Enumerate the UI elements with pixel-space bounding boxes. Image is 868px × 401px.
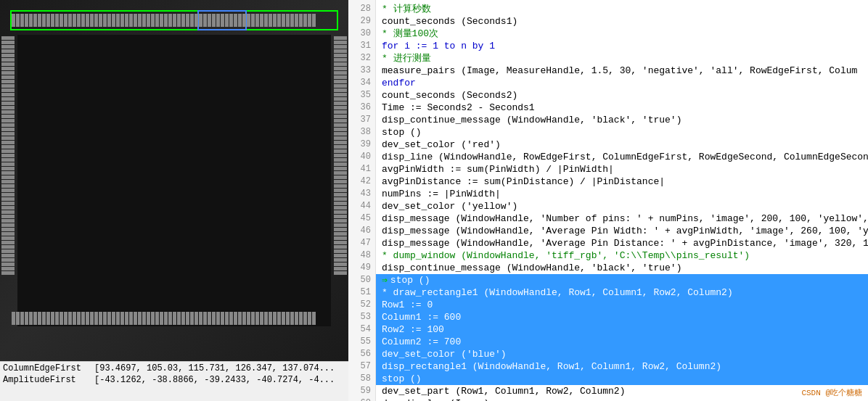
- code-line-58[interactable]: stop (): [376, 373, 868, 385]
- code-line-44[interactable]: dev_set_color ('yellow'): [382, 200, 862, 212]
- line-number-33: 33: [348, 65, 375, 77]
- code-text-40: disp_line (WindowHandle, RowEdgeFirst, C…: [382, 151, 868, 163]
- pins-top: [12, 12, 337, 29]
- code-line-49[interactable]: disp_continue_message (WindowHandle, 'bl…: [382, 262, 862, 274]
- line-number-48: 48: [348, 249, 375, 262]
- line-number-54: 54: [348, 323, 375, 336]
- code-text-41: avgPinWidth := sum(PinWidth) / |PinWidth…: [382, 163, 614, 175]
- line-number-53: 53: [348, 311, 375, 323]
- code-text-34: endfor: [382, 77, 416, 89]
- code-text-52: Row1 := 0: [382, 299, 433, 311]
- code-line-40[interactable]: disp_line (WindowHandle, RowEdgeFirst, C…: [382, 151, 862, 163]
- code-text-33: measure_pairs (Image, MeasureHandle, 1.5…: [382, 65, 857, 77]
- line-number-29: 29: [348, 15, 375, 28]
- line-number-42: 42: [348, 175, 375, 188]
- line-number-59: 59: [348, 385, 375, 397]
- line-number-49: 49: [348, 262, 375, 274]
- line-number-30: 30: [348, 28, 375, 40]
- code-line-60[interactable]: dev_display (Image): [382, 397, 862, 401]
- code-line-30[interactable]: * 测量100次: [382, 28, 862, 40]
- code-line-42[interactable]: avgPinDistance := sum(PinDistance) / |Pi…: [382, 175, 862, 188]
- code-line-35[interactable]: count_seconds (Seconds2): [382, 89, 862, 102]
- code-text-60: dev_display (Image): [382, 397, 489, 401]
- line-number-43: 43: [348, 188, 375, 200]
- info-label-2: AmplitudeFirst: [3, 375, 90, 385]
- code-line-48[interactable]: * dump_window (WindowHandle, 'tiff_rgb',…: [382, 249, 862, 262]
- code-line-53[interactable]: Column1 := 600: [376, 311, 868, 323]
- code-line-43[interactable]: numPins := |PinWidth|: [382, 188, 862, 200]
- line-number-31: 31: [348, 40, 375, 52]
- code-line-52[interactable]: Row1 := 0: [376, 299, 868, 311]
- code-line-29[interactable]: count_seconds (Seconds1): [382, 15, 862, 28]
- code-text-54: Row2 := 100: [382, 323, 444, 336]
- code-text-47: disp_message (WindowHandle, 'Average Pin…: [382, 237, 868, 249]
- code-line-47[interactable]: disp_message (WindowHandle, 'Average Pin…: [382, 237, 862, 249]
- code-line-54[interactable]: Row2 := 100: [376, 323, 868, 336]
- code-line-51[interactable]: * draw_rectangle1 (WindowHandle, Row1, C…: [376, 286, 868, 299]
- code-text-32: * 进行测量: [382, 52, 431, 65]
- code-text-57: disp_rectangle1 (WindowHandle, Row1, Col…: [382, 360, 721, 373]
- info-label-1: ColumnEdgeFirst: [3, 363, 90, 373]
- code-text-50: stop (): [390, 274, 430, 286]
- code-text-49: disp_continue_message (WindowHandle, 'bl…: [382, 262, 681, 274]
- info-value-1: [93.4697, 105.03, 115.731, 126.347, 137.…: [94, 363, 335, 373]
- line-number-60: 60: [348, 397, 375, 401]
- code-area[interactable]: 2829303132333435363738394041424344454647…: [348, 0, 868, 401]
- code-text-48: * dump_window (WindowHandle, 'tiff_rgb',…: [382, 249, 750, 262]
- line-number-46: 46: [348, 225, 375, 237]
- line-number-40: 40: [348, 151, 375, 163]
- line-number-57: 57: [348, 360, 375, 373]
- code-line-37[interactable]: disp_continue_message (WindowHandle, 'bl…: [382, 114, 862, 126]
- code-text-51: * draw_rectangle1 (WindowHandle, Row1, C…: [382, 286, 733, 299]
- code-line-32[interactable]: * 进行测量: [382, 52, 862, 65]
- line-number-28: 28: [348, 3, 375, 15]
- line-number-44: 44: [348, 200, 375, 212]
- left-panel: ColumnEdgeFirst [93.4697, 105.03, 115.73…: [0, 0, 348, 401]
- code-line-28[interactable]: * 计算秒数: [382, 3, 862, 15]
- line-number-47: 47: [348, 237, 375, 249]
- line-number-32: 32: [348, 52, 375, 65]
- info-row-2: AmplitudeFirst [-43.1262, -38.8866, -39.…: [3, 375, 345, 385]
- pins-right: [332, 36, 348, 325]
- code-text-44: dev_set_color ('yellow'): [382, 200, 517, 212]
- code-text-58: stop (): [382, 373, 422, 385]
- code-text-36: Time := Seconds2 - Seconds1: [382, 102, 535, 114]
- code-text-46: disp_message (WindowHandle, 'Average Pin…: [382, 225, 868, 237]
- code-line-46[interactable]: disp_message (WindowHandle, 'Average Pin…: [382, 225, 862, 237]
- pins-bottom: [12, 307, 337, 325]
- code-text-31: for i := 1 to n by 1: [382, 40, 495, 52]
- code-line-50[interactable]: ⇒stop (): [376, 274, 868, 286]
- code-line-45[interactable]: disp_message (WindowHandle, 'Number of p…: [382, 212, 862, 225]
- line-numbers: 2829303132333435363738394041424344454647…: [348, 0, 376, 401]
- code-line-38[interactable]: stop (): [382, 126, 862, 139]
- info-value-2: [-43.1262, -38.8866, -39.2433, -40.7274,…: [94, 375, 335, 385]
- code-line-41[interactable]: avgPinWidth := sum(PinWidth) / |PinWidth…: [382, 163, 862, 175]
- code-line-59[interactable]: dev_set_part (Row1, Column1, Row2, Colum…: [382, 385, 862, 397]
- code-line-34[interactable]: endfor: [382, 77, 862, 89]
- line-number-34: 34: [348, 77, 375, 89]
- code-text-39: dev_set_color ('red'): [382, 139, 501, 151]
- line-number-35: 35: [348, 89, 375, 102]
- code-content[interactable]: * 计算秒数count_seconds (Seconds1)* 测量100次fo…: [376, 0, 868, 401]
- code-line-33[interactable]: measure_pairs (Image, MeasureHandle, 1.5…: [382, 65, 862, 77]
- line-number-50: 50: [348, 274, 375, 286]
- code-text-29: count_seconds (Seconds1): [382, 15, 517, 28]
- code-line-55[interactable]: Column2 := 700: [376, 336, 868, 348]
- code-text-59: dev_set_part (Row1, Column1, Row2, Colum…: [382, 385, 625, 397]
- watermark: CSDN @吃个糖糖: [801, 387, 862, 398]
- code-line-56[interactable]: dev_set_color ('blue'): [376, 348, 868, 360]
- code-line-57[interactable]: disp_rectangle1 (WindowHandle, Row1, Col…: [376, 360, 868, 373]
- line-number-55: 55: [348, 336, 375, 348]
- line-number-38: 38: [348, 126, 375, 139]
- line-number-45: 45: [348, 212, 375, 225]
- code-line-31[interactable]: for i := 1 to n by 1: [382, 40, 862, 52]
- code-text-42: avgPinDistance := sum(PinDistance) / |Pi…: [382, 175, 665, 188]
- bottom-info-panel: ColumnEdgeFirst [93.4697, 105.03, 115.73…: [0, 361, 348, 401]
- code-line-36[interactable]: Time := Seconds2 - Seconds1: [382, 102, 862, 114]
- right-panel: 2829303132333435363738394041424344454647…: [348, 0, 868, 401]
- code-line-39[interactable]: dev_set_color ('red'): [382, 139, 862, 151]
- code-text-43: numPins := |PinWidth|: [382, 188, 501, 200]
- info-row-1: ColumnEdgeFirst [93.4697, 105.03, 115.73…: [3, 363, 345, 373]
- line-number-36: 36: [348, 102, 375, 114]
- line-number-41: 41: [348, 163, 375, 175]
